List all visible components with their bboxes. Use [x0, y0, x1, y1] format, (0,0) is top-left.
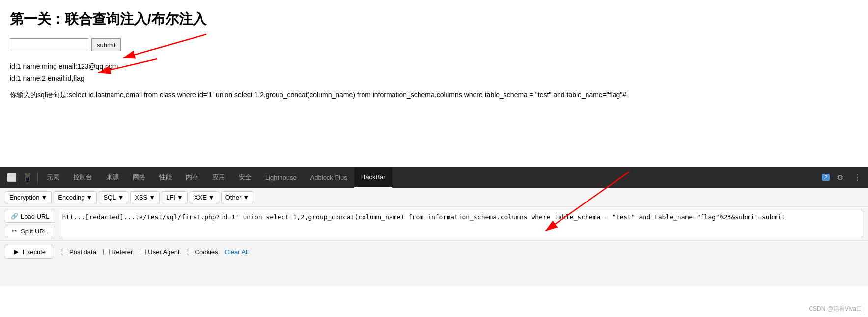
- encoding-menu[interactable]: Encoding ▼: [54, 191, 97, 203]
- tab-adblock[interactable]: Adblock Plus: [304, 167, 354, 188]
- inspect-icon[interactable]: ⬜: [4, 173, 20, 182]
- page-title: 第一关：联合查询注入/布尔注入: [10, 10, 858, 29]
- load-url-icon: 🔗: [10, 212, 18, 220]
- tab-console[interactable]: 控制台: [66, 167, 99, 188]
- hackbar-panel: Encryption ▼ Encoding ▼ SQL ▼ XSS ▼ LFI …: [0, 188, 868, 286]
- useragent-label: User Agent: [148, 248, 179, 256]
- search-form: submit: [10, 38, 858, 51]
- load-url-button[interactable]: 🔗 Load URL: [5, 210, 55, 223]
- devtools-badge: 2: [822, 174, 830, 181]
- sql-label: SQL: [103, 194, 116, 201]
- encoding-label: Encoding: [58, 194, 84, 201]
- devtools-right-section: 2 ⚙ ⋮: [822, 173, 864, 182]
- lfi-menu[interactable]: LFI ▼: [162, 191, 188, 203]
- referer-checkbox-item[interactable]: Referer: [103, 248, 133, 256]
- settings-icon[interactable]: ⚙: [834, 173, 846, 182]
- tab-lighthouse[interactable]: Lighthouse: [258, 167, 304, 188]
- tab-network[interactable]: 网络: [126, 167, 152, 188]
- sql-menu[interactable]: SQL ▼: [99, 191, 128, 203]
- tab-security[interactable]: 安全: [232, 167, 258, 188]
- postdata-checkbox[interactable]: [61, 249, 67, 255]
- referer-label: Referer: [112, 248, 133, 256]
- sql-arrow: ▼: [117, 194, 124, 201]
- other-arrow: ▼: [243, 194, 249, 201]
- sql-label: 你输入的sql语句是:: [10, 91, 69, 99]
- lfi-arrow: ▼: [177, 194, 183, 201]
- execute-label: Execute: [23, 248, 46, 256]
- submit-button[interactable]: submit: [91, 38, 121, 51]
- xxe-arrow: ▼: [208, 194, 215, 201]
- hackbar-url-area: 🔗 Load URL ✂ Split URL htt...[redacted].…: [0, 207, 868, 240]
- lfi-label: LFI: [166, 194, 175, 201]
- xxe-menu[interactable]: XXE ▼: [190, 191, 219, 203]
- hackbar-bottom: ▶ Execute Post data Referer User Agent C…: [0, 240, 868, 262]
- devtools-bar: ⬜ 📱 元素 控制台 来源 网络 性能 内存 应用 安全 Lighthouse …: [0, 167, 868, 188]
- postdata-label: Post data: [69, 248, 96, 256]
- xss-menu[interactable]: XSS ▼: [130, 191, 160, 203]
- execute-icon: ▶: [12, 248, 20, 256]
- more-icon[interactable]: ⋮: [850, 173, 864, 182]
- referer-checkbox[interactable]: [103, 249, 110, 255]
- load-url-label: Load URL: [21, 213, 50, 220]
- execute-button[interactable]: ▶ Execute: [5, 245, 53, 259]
- encryption-menu[interactable]: Encryption ▼: [5, 191, 52, 203]
- tab-memory[interactable]: 内存: [179, 167, 205, 188]
- sql-display: 你输入的sql语句是:select id,lastname,email from…: [10, 89, 858, 101]
- other-menu[interactable]: Other ▼: [221, 191, 253, 203]
- clear-all-button[interactable]: Clear All: [225, 248, 249, 256]
- split-url-button[interactable]: ✂ Split URL: [5, 225, 55, 237]
- hackbar-toolbar: Encryption ▼ Encoding ▼ SQL ▼ XSS ▼ LFI …: [0, 188, 868, 207]
- url-input-area: htt...[redacted]...te/test/sql/first.php…: [59, 210, 863, 237]
- tab-sources[interactable]: 来源: [99, 167, 126, 188]
- tab-elements[interactable]: 元素: [40, 167, 66, 188]
- encoding-arrow: ▼: [86, 194, 93, 201]
- search-input[interactable]: [10, 38, 88, 51]
- cookies-checkbox[interactable]: [187, 249, 193, 255]
- checkbox-group: Post data Referer User Agent Cookies Cle…: [61, 248, 249, 256]
- tab-performance[interactable]: 性能: [152, 167, 179, 188]
- device-icon[interactable]: 📱: [20, 173, 35, 182]
- tab-application[interactable]: 应用: [205, 167, 232, 188]
- postdata-checkbox-item[interactable]: Post data: [61, 248, 96, 256]
- xxe-label: XXE: [194, 194, 207, 201]
- watermark: CSDN @活看Viva口: [809, 305, 862, 313]
- useragent-checkbox[interactable]: [140, 249, 146, 255]
- cookies-label: Cookies: [195, 248, 218, 256]
- split-url-label: Split URL: [21, 228, 48, 235]
- result-area: id:1 name:ming email:123@qq.com id:1 nam…: [10, 61, 858, 85]
- hackbar-actions: 🔗 Load URL ✂ Split URL: [5, 210, 55, 237]
- tab-hackbar[interactable]: HackBar: [354, 167, 392, 188]
- result-line2: id:1 name:2 email:id,flag: [10, 73, 858, 85]
- main-content: 第一关：联合查询注入/布尔注入 submit id:1 name:ming em…: [0, 0, 868, 167]
- encryption-arrow: ▼: [41, 194, 47, 201]
- xss-arrow: ▼: [149, 194, 155, 201]
- useragent-checkbox-item[interactable]: User Agent: [140, 248, 179, 256]
- xss-label: XSS: [135, 194, 147, 201]
- cookies-checkbox-item[interactable]: Cookies: [187, 248, 218, 256]
- sql-value: select id,lastname,email from class wher…: [69, 91, 626, 99]
- other-label: Other: [225, 194, 242, 201]
- url-textarea[interactable]: htt...[redacted]...te/test/sql/first.php…: [59, 210, 863, 237]
- split-url-icon: ✂: [10, 227, 18, 235]
- result-line1: id:1 name:ming email:123@qq.com: [10, 61, 858, 73]
- encryption-label: Encryption: [9, 194, 39, 201]
- separator: [37, 172, 38, 183]
